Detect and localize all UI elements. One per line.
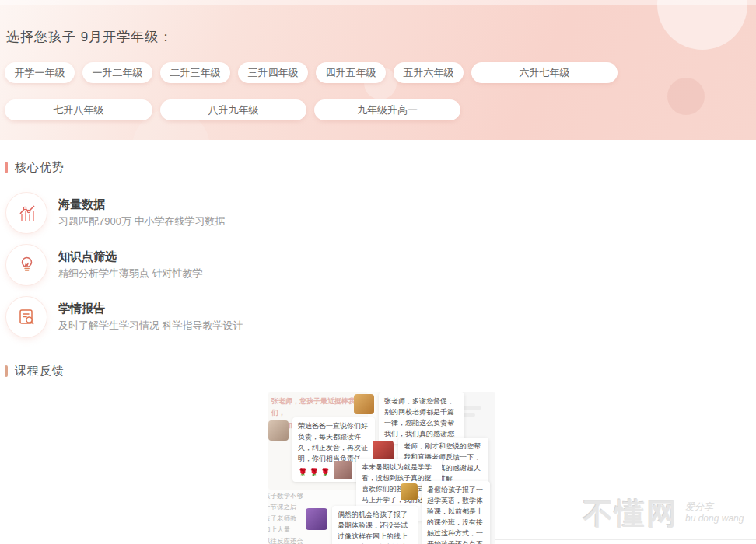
section-header-advantages: 核心优势 (5, 160, 65, 175)
chat-avatar (268, 420, 289, 441)
advantage-title: 海量数据 (58, 197, 105, 212)
decor-circle (667, 78, 705, 115)
advantage-title: 学情报告 (58, 302, 105, 316)
grade-button-2[interactable]: 一升二年级 (82, 62, 152, 83)
page: { "banner": { "title": "选择您孩子 9月开学年级：", … (0, 0, 756, 544)
grade-row-1: 开学一年级 一升二年级 二升三年级 三升四年级 四升五年级 五升六年级 六升七年… (5, 62, 618, 83)
bulb-icon (6, 245, 47, 285)
faded-message-fragment: 孩子数学不够 一节课之后 孩子老师教 加上大量 以往反应还会 (268, 490, 310, 544)
report-icon (6, 297, 47, 337)
advantage-title: 知识点筛选 (58, 249, 117, 264)
grade-button-7[interactable]: 六升七年级 (471, 62, 618, 83)
grade-button-9[interactable]: 八升九年级 (160, 99, 306, 120)
advantage-desc: 习题匹配7900万 中小学在线学习数据 (58, 214, 226, 228)
grade-row-2: 七升八年级 八升九年级 九年级升高一 (5, 99, 460, 120)
grade-button-6[interactable]: 五升六年级 (394, 62, 464, 83)
feedback-chat-image: 张老师，您孩子最近挺棒我们， 这些知识点也都掌握了 孩子数学不够 一节课之后 孩… (268, 392, 495, 544)
advantage-desc: 精细分析学生薄弱点 针对性教学 (58, 267, 203, 281)
chat-bubble: 张老师，多谢您督促，别的网校老师都是千篇一律，您能这么负责帮我们，我们真的感谢您 (379, 392, 464, 444)
chat-bubble: 偶然的机会给孩子报了暑期体验课，还没尝试过像这样在网上的线上课程，孩子倒挺新鲜也… (332, 506, 418, 544)
watermark: 不懂网 爱分享 bu dong wang (583, 494, 744, 534)
chart-icon (6, 193, 47, 233)
chat-avatar (354, 394, 374, 414)
watermark-logo: 不懂网 (583, 494, 679, 534)
banner-title: 选择您孩子 9月开学年级： (6, 28, 173, 46)
grade-button-1[interactable]: 开学一年级 (5, 62, 75, 83)
grade-button-10[interactable]: 九年级升高一 (314, 99, 460, 120)
chat-avatar (401, 483, 418, 500)
section-title: 核心优势 (15, 160, 65, 175)
advantage-item-knowledge: 知识点筛选 精细分析学生薄弱点 针对性教学 (6, 245, 411, 290)
chat-bubble: 暑假给孩子报了一起学英语，数学体验课，以前都是上的课外班，没有接触过这种方式，一… (422, 481, 490, 544)
chat-bubble-text: 荣迪爸爸一直说你们好负责，每天都跟读许久，纠正发音，再次证明，你们相当负责任 (298, 422, 368, 462)
grade-button-5[interactable]: 四升五年级 (316, 62, 386, 83)
watermark-subtext: 爱分享 bu dong wang (685, 501, 744, 525)
divider-line (495, 539, 756, 540)
advantage-item-data: 海量数据 习题匹配7900万 中小学在线学习数据 (6, 193, 411, 238)
decor-circle (657, 0, 747, 50)
grade-button-3[interactable]: 二升三年级 (160, 62, 230, 83)
section-bar (5, 162, 8, 173)
grade-button-8[interactable]: 七升八年级 (5, 99, 152, 120)
chat-avatar (334, 461, 352, 479)
section-title: 课程反馈 (15, 364, 65, 378)
chat-avatar (306, 508, 327, 530)
advantage-desc: 及时了解学生学习情况 科学指导教学设计 (58, 319, 243, 333)
advantage-item-report: 学情报告 及时了解学生学习情况 科学指导教学设计 (6, 297, 411, 342)
section-bar (5, 365, 8, 377)
section-header-feedback: 课程反馈 (5, 364, 65, 378)
grade-select-banner: 选择您孩子 9月开学年级： 开学一年级 一升二年级 二升三年级 三升四年级 四升… (0, 0, 756, 140)
grade-button-4[interactable]: 三升四年级 (238, 62, 308, 83)
